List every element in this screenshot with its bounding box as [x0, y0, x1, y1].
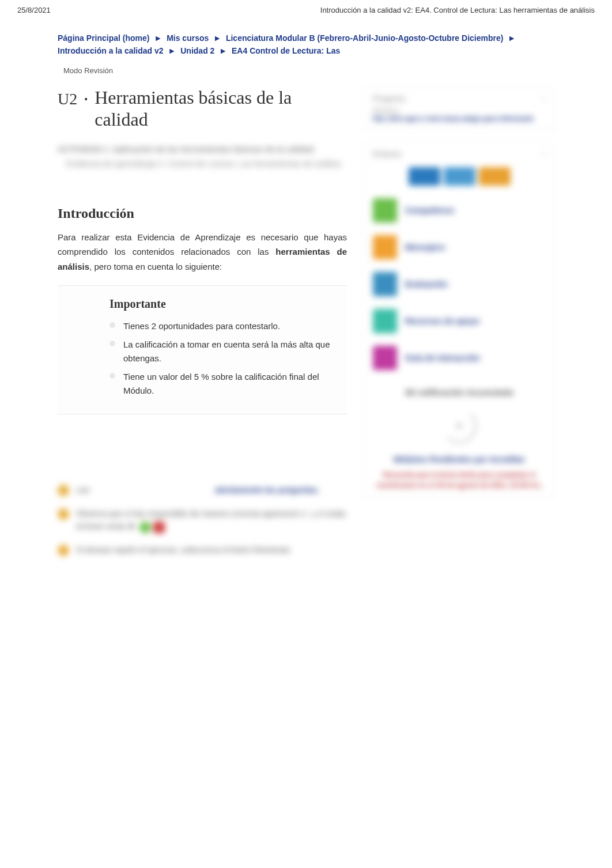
sidebar-item-companeros: Compañeros: [373, 198, 546, 222]
calendar-strip: [373, 167, 546, 186]
important-item-1: Tienes 2 oportunidades para contestarlo.: [109, 319, 335, 333]
mode-label: Modo Revisión: [63, 66, 554, 75]
navigation-card: Enlaces − Compañeros Mensajero: [364, 142, 554, 498]
breadcrumb-course[interactable]: Introducción a la calidad v2: [58, 46, 164, 55]
instruction-3: Si deseas repetir el ejercicio, seleccio…: [76, 544, 347, 556]
instruction-2: Observa que si has respondido de manera …: [76, 507, 347, 533]
nav-label-2: Mensajero: [405, 243, 445, 252]
chevron-right-icon: ►: [508, 33, 516, 43]
important-item-3: Tiene un valor del 5 % sobre la califica…: [109, 370, 335, 398]
progress-info-link: Haz click aquí o mira hacia abajo para i…: [373, 115, 546, 123]
grade-gauge-icon: [442, 409, 477, 443]
cross-icon: [153, 522, 165, 533]
unit-header: U2 · Herramientas básicas de la calidad: [58, 86, 347, 131]
instructions-blurred: Lee atentamente las preguntas. Observa q…: [58, 484, 347, 556]
activity-line-1: ACTIVIDAD 1. Aplicación de las herramien…: [58, 142, 347, 157]
breadcrumb-program[interactable]: Licenciatura Modular B (Febrero-Abril-Ju…: [226, 33, 504, 43]
breadcrumb-activity[interactable]: EA4 Control de Lectura: Las: [232, 46, 340, 55]
progress-label: Progreso: [373, 94, 406, 103]
breadcrumb-home[interactable]: Página Principal (home): [58, 33, 149, 43]
step-number-icon: [58, 508, 69, 520]
step-number-icon: [58, 485, 69, 496]
sidebar-item-recursos: Recursos de apoyo: [373, 309, 546, 333]
activity-line-2: Evidencia de aprendizaje 4. Control de L…: [66, 157, 347, 171]
important-item-2: La calificación a tomar en cuenta será l…: [109, 338, 335, 365]
nav-label-1: Compañeros: [405, 206, 455, 215]
instruction-1: Lee: [76, 484, 208, 496]
important-title: Importante: [109, 297, 335, 311]
instruction-1-right: atentamente las preguntas.: [215, 484, 347, 496]
chevron-right-icon: ►: [213, 33, 221, 43]
pending-modules-link: Módulos Pendientes por Acreditar: [373, 455, 546, 464]
evaluation-icon: [373, 272, 397, 296]
people-icon: [373, 198, 397, 222]
nav-label-5: Guía de interacción: [405, 353, 480, 363]
nav-label-3: Evaluación: [405, 280, 448, 289]
check-icon: [139, 522, 151, 533]
message-icon: [373, 235, 397, 259]
minus-icon: −: [541, 149, 546, 158]
calendar-cell: [479, 167, 511, 186]
grade-block: Mi calificación Acumulada Módulos Pendie…: [373, 387, 546, 490]
breadcrumb-courses[interactable]: Mis cursos: [167, 33, 209, 43]
breadcrumb-unit[interactable]: Unidad 2: [180, 46, 214, 55]
important-callout: Importante Tienes 2 oportunidades para c…: [58, 285, 347, 414]
nav-label-4: Recursos de apoyo: [405, 316, 479, 326]
progress-sub: Módulos: [373, 107, 546, 115]
calendar-cell: [409, 167, 440, 186]
breadcrumb: Página Principal (home) ► Mis cursos ► L…: [58, 32, 554, 58]
minus-icon: −: [541, 94, 546, 103]
sidebar-item-guia: Guía de interacción: [373, 346, 546, 370]
unit-title: Herramientas básicas de la calidad: [95, 86, 347, 131]
nav-label: Enlaces: [373, 149, 402, 158]
guide-icon: [373, 346, 397, 370]
step-number-icon: [58, 545, 69, 556]
chevron-right-icon: ►: [168, 46, 176, 55]
intro-heading: Introducción: [58, 206, 347, 221]
progress-card: Progreso − Módulos Haz click aquí o mira…: [364, 86, 554, 130]
chevron-right-icon: ►: [219, 46, 227, 55]
intro-paragraph: Para realizar esta Evidencia de Aprendiz…: [58, 230, 347, 274]
deadline-text: Recuerda que la fecha límite para comple…: [373, 470, 546, 490]
chevron-right-icon: ►: [154, 33, 162, 43]
page-date: 25/8/2021: [17, 6, 51, 14]
sidebar-item-mensajero: Mensajero: [373, 235, 546, 259]
sidebar-item-evaluacion: Evaluación: [373, 272, 546, 296]
unit-badge: U2: [58, 86, 77, 108]
page-header-title: Introducción a la calidad v2: EA4. Contr…: [320, 6, 595, 14]
activity-description-blurred: ACTIVIDAD 1. Aplicación de las herramien…: [58, 142, 347, 171]
unit-dot-icon: ·: [83, 86, 89, 108]
grade-title: Mi calificación Acumulada: [373, 387, 546, 397]
calendar-cell: [444, 167, 475, 186]
resources-icon: [373, 309, 397, 333]
intro-text-c: , pero toma en cuenta lo siguiente:: [89, 262, 222, 271]
